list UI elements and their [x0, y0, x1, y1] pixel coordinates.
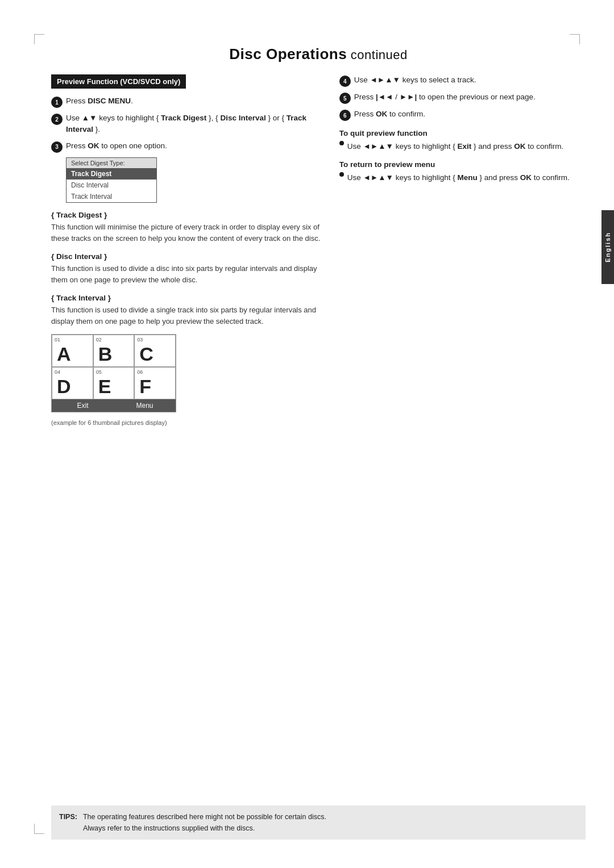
step-4-text: Use ◄►▲▼ keys to select a track.	[354, 74, 586, 86]
return-step: Use ◄►▲▼ keys to highlight { Menu } and …	[339, 172, 586, 183]
step-3-text: Press OK to open one option.	[66, 140, 322, 152]
return-bullet	[339, 172, 344, 177]
return-section: To return to preview menu	[339, 160, 586, 169]
step-2-number: 2	[51, 114, 63, 125]
step-1-bold: DISC MENU	[88, 97, 131, 105]
step-6-text: Press OK to confirm.	[354, 108, 586, 120]
step-5-key2: ►►|	[400, 93, 417, 101]
right-column: 4 Use ◄►▲▼ keys to select a track. 5 Pre…	[339, 74, 586, 426]
track-diagram: 01 A 02 B 03 C 04 D	[51, 334, 176, 412]
step-3-bold: OK	[88, 141, 99, 150]
language-label: English	[604, 232, 611, 262]
tips-label: TIPS:	[59, 811, 77, 834]
preview-function-header: Preview Function (VCD/SVCD only)	[51, 74, 186, 89]
track-grid: 01 A 02 B 03 C 04 D	[52, 335, 176, 399]
return-ok: OK	[520, 173, 532, 182]
corner-mark-tr	[570, 34, 580, 44]
return-bold: Menu	[457, 173, 477, 182]
main-content: Disc Operations continued Preview Functi…	[51, 45, 586, 811]
step-4-number: 4	[339, 76, 351, 87]
step-5: 5 Press |◄◄ / ►►| to open the previous o…	[339, 91, 586, 104]
digest-type-table: Select Digest Type: Track Digest Disc In…	[66, 157, 157, 203]
step-5-text: Press |◄◄ / ►►| to open the previous or …	[354, 91, 586, 103]
tips-bar: TIPS: The operating features described h…	[51, 806, 586, 840]
disc-interval-body: This function is used to divide a disc i…	[51, 263, 322, 286]
title-main: Disc Operations	[229, 45, 347, 62]
step-2: 2 Use ▲▼ keys to highlight { Track Diges…	[51, 112, 322, 136]
step-6-bold: OK	[376, 110, 387, 118]
step-2-bold2: Disc Interval	[220, 114, 265, 122]
tips-line2: Always refer to the instructions supplie…	[83, 824, 255, 832]
title-sub: continued	[347, 48, 408, 62]
step-5-key1: |◄◄	[376, 93, 393, 101]
digest-item-track-interval: Track Interval	[67, 191, 156, 202]
quit-section: To quit preview function	[339, 129, 586, 137]
corner-mark-bl	[34, 824, 44, 834]
track-interval-title: { Track Interval }	[51, 294, 322, 302]
quit-bold: Exit	[457, 142, 471, 151]
track-cell-e: 05 E	[93, 367, 135, 399]
quit-bullet	[339, 141, 344, 145]
step-2-bold1: Track Digest	[161, 114, 206, 122]
corner-mark-tl	[34, 34, 44, 44]
diagram-caption: (example for 6 thumbnail pictures displa…	[51, 419, 322, 426]
step-5-number: 5	[339, 93, 351, 104]
track-cell-f: 06 F	[134, 367, 176, 399]
track-digest-body: This function will minimise the picture …	[51, 222, 322, 244]
step-3-number: 3	[51, 141, 63, 153]
track-footer: Exit Menu	[52, 399, 176, 412]
left-column: Preview Function (VCD/SVCD only) 1 Press…	[51, 74, 322, 426]
quit-text: Use ◄►▲▼ keys to highlight { Exit } and …	[347, 141, 586, 152]
step-3: 3 Press OK to open one option.	[51, 140, 322, 153]
step-2-text: Use ▲▼ keys to highlight { Track Digest …	[66, 112, 322, 136]
track-digest-title: { Track Digest }	[51, 211, 322, 219]
step-1: 1 Press DISC MENU.	[51, 95, 322, 108]
step-6: 6 Press OK to confirm.	[339, 108, 586, 121]
quit-ok: OK	[514, 142, 525, 151]
track-cell-a: 01 A	[52, 335, 93, 367]
tips-line1: The operating features described here mi…	[83, 813, 326, 821]
quit-step: Use ◄►▲▼ keys to highlight { Exit } and …	[339, 141, 586, 152]
step-1-number: 1	[51, 97, 63, 108]
digest-item-disc-interval: Disc Interval	[67, 180, 156, 191]
track-cell-b: 02 B	[93, 335, 135, 367]
step-1-text: Press DISC MENU.	[66, 95, 322, 107]
tips-text: The operating features described here mi…	[83, 811, 326, 834]
track-cell-d: 04 D	[52, 367, 93, 399]
digest-item-track-digest: Track Digest	[67, 168, 156, 180]
page-title: Disc Operations continued	[51, 45, 586, 63]
track-interval-body: This function is used to divide a single…	[51, 304, 322, 327]
exit-button-label: Exit	[52, 399, 114, 412]
language-tab: English	[601, 210, 614, 284]
disc-interval-title: { Disc Interval }	[51, 252, 322, 261]
digest-table-header: Select Digest Type:	[67, 158, 156, 168]
two-column-layout: Preview Function (VCD/SVCD only) 1 Press…	[51, 74, 586, 426]
menu-button-label: Menu	[114, 399, 176, 412]
quit-title: To quit preview function	[339, 129, 586, 137]
return-title: To return to preview menu	[339, 160, 586, 169]
step-4: 4 Use ◄►▲▼ keys to select a track.	[339, 74, 586, 87]
track-cell-c: 03 C	[134, 335, 176, 367]
step-6-number: 6	[339, 110, 351, 121]
return-text: Use ◄►▲▼ keys to highlight { Menu } and …	[347, 172, 586, 183]
